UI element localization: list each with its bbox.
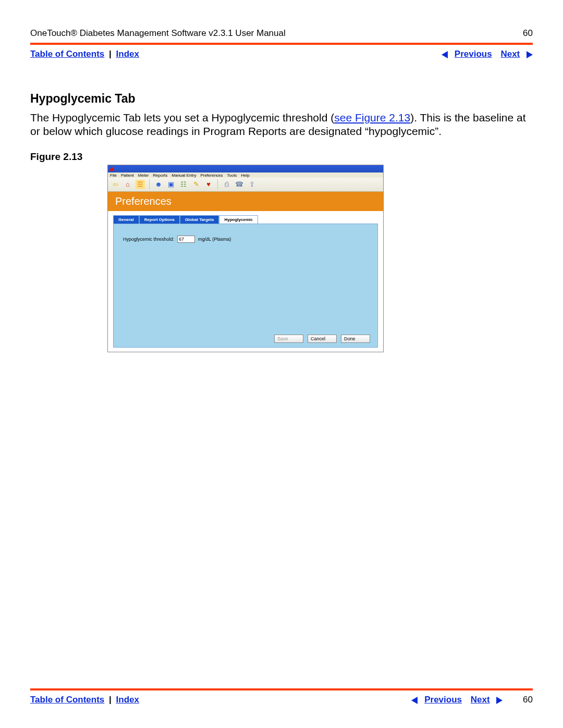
tab-hypoglycemic[interactable]: Hypoglycemic (219, 215, 258, 224)
nav-separator: | (107, 49, 114, 59)
threshold-unit: mg/dL (Plasma) (198, 237, 231, 242)
section-paragraph: The Hypoglycemic Tab lets you set a Hypo… (30, 111, 533, 139)
menu-reports[interactable]: Reports (153, 173, 167, 178)
back-icon[interactable]: ⇦ (111, 180, 120, 189)
menu-manual-entry[interactable]: Manual Entry (172, 173, 196, 178)
previous-arrow-icon[interactable] (411, 697, 418, 704)
app-logo-icon (109, 166, 114, 171)
menu-help[interactable]: Help (241, 173, 249, 178)
list-icon[interactable]: ☰ (136, 180, 145, 189)
nav-separator: | (107, 695, 114, 705)
index-link-bottom[interactable]: Index (116, 695, 139, 705)
cancel-button[interactable]: Cancel (308, 335, 337, 343)
threshold-label: Hypoglycemic threshold: (123, 237, 174, 242)
heart-icon[interactable]: ♥ (204, 180, 213, 189)
preferences-body: General Report Options Global Targets Hy… (108, 211, 383, 352)
toolbar-separator (217, 179, 218, 190)
tab-report-options[interactable]: Report Options (139, 215, 180, 224)
previous-arrow-icon[interactable] (442, 51, 448, 58)
body-text-1: The Hypoglycemic Tab lets you set a Hypo… (30, 112, 334, 124)
threshold-input[interactable] (177, 236, 195, 243)
tab-global-targets[interactable]: Global Targets (180, 215, 219, 224)
home-icon[interactable]: ⌂ (123, 180, 132, 189)
pencil-icon[interactable]: ✎ (191, 180, 201, 189)
menu-meter[interactable]: Meter (138, 173, 149, 178)
next-arrow-icon[interactable] (527, 51, 533, 58)
print-icon[interactable]: ⎙ (222, 180, 231, 189)
doc-title: OneTouch® Diabetes Management Software v… (30, 28, 286, 39)
report-icon[interactable]: ☷ (179, 180, 188, 189)
meter-icon[interactable]: ▣ (166, 180, 176, 189)
export-icon[interactable]: ⇪ (247, 180, 256, 189)
index-link-top[interactable]: Index (116, 49, 139, 59)
patient-icon[interactable]: ☻ (154, 180, 163, 189)
figure-reference-link[interactable]: see Figure 2.13 (334, 112, 410, 124)
previous-link-top[interactable]: Previous (455, 49, 492, 59)
menu-patient[interactable]: Patient (121, 173, 134, 178)
figure-label: Figure 2.13 (30, 151, 533, 163)
preferences-tabs: General Report Options Global Targets Hy… (113, 215, 378, 224)
done-button[interactable]: Done (341, 335, 370, 343)
app-menubar: File Patient Meter Reports Manual Entry … (108, 172, 383, 178)
preferences-banner: Preferences (108, 192, 383, 211)
toc-link-bottom[interactable]: Table of Contents (30, 695, 104, 705)
app-titlebar (108, 165, 383, 172)
fax-icon[interactable]: ☎ (235, 180, 244, 189)
next-link-bottom[interactable]: Next (471, 695, 490, 705)
menu-preferences[interactable]: Preferences (200, 173, 223, 178)
menu-file[interactable]: File (110, 173, 117, 178)
page-number-top: 60 (523, 28, 533, 39)
figure-screenshot: File Patient Meter Reports Manual Entry … (107, 165, 384, 352)
save-button: Save (274, 335, 303, 343)
menu-tools[interactable]: Tools (227, 173, 237, 178)
previous-link-bottom[interactable]: Previous (424, 695, 462, 705)
toolbar-separator (149, 179, 150, 190)
hypoglycemic-panel: Hypoglycemic threshold: mg/dL (Plasma) S… (113, 224, 378, 348)
page-number-bottom: 60 (523, 695, 533, 705)
next-arrow-icon[interactable] (496, 697, 503, 704)
toc-link-top[interactable]: Table of Contents (30, 49, 104, 59)
next-link-top[interactable]: Next (500, 49, 520, 59)
app-toolbar: ⇦ ⌂ ☰ ☻ ▣ ☷ ✎ ♥ ⎙ ☎ ⇪ (108, 178, 383, 192)
tab-general[interactable]: General (113, 215, 139, 224)
section-heading: Hypoglycemic Tab (30, 92, 533, 106)
